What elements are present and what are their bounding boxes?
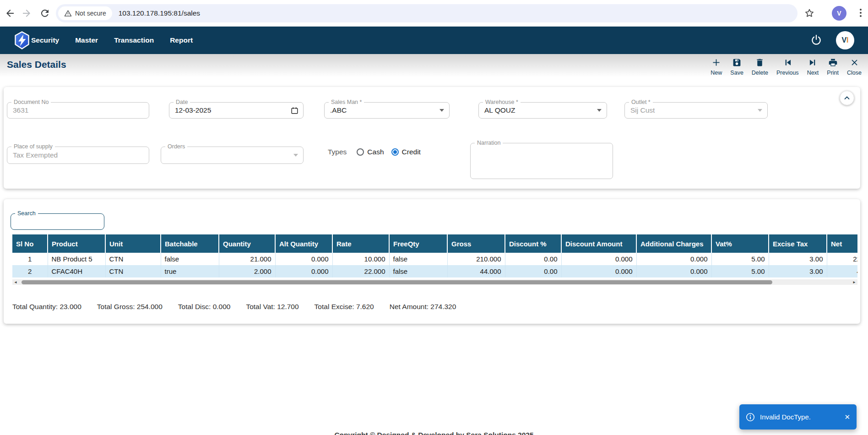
cell-freeqty[interactable]: false [389,253,447,265]
warehouse-select[interactable]: Warehouse * AL QOUZ [478,102,607,119]
print-button[interactable]: Print [827,58,839,76]
cell-excise-tax[interactable]: 3.00 [769,265,827,277]
close-label: Close [847,70,862,76]
cell-discount-amount[interactable]: 0.000 [561,253,636,265]
nav-item-master[interactable]: Master [75,36,98,44]
sales-man-select[interactable]: Sales Man * .ABC [324,102,450,119]
col-header-alt-quantity[interactable]: Alt Quantity [275,234,332,253]
cell-gross[interactable]: 44.000 [447,265,505,277]
radio-option-cash[interactable]: Cash [357,148,384,156]
place-of-supply-label: Place of supply [11,143,55,150]
col-header-vat[interactable]: Vat% [711,234,769,253]
items-grid-card: Search Sl NoProductUnitBatchableQuantity… [4,199,860,324]
browser-menu-icon[interactable] [855,7,866,18]
narration-textarea[interactable] [471,143,613,179]
col-header-net[interactable]: Net [827,234,857,253]
user-initial-2: I [846,36,848,44]
header-row: Sl NoProductUnitBatchableQuantityAlt Qua… [12,234,857,253]
cell-excise-tax[interactable]: 3.00 [769,253,827,265]
col-header-sl-no[interactable]: Sl No [12,234,48,253]
col-header-quantity[interactable]: Quantity [219,234,275,253]
previous-button[interactable]: Previous [776,58,799,76]
cell-rate[interactable]: 10.000 [332,253,389,265]
scroll-left-arrow-icon[interactable]: ◄ [12,279,19,285]
col-header-additional-charges[interactable]: Additional Charges [636,234,711,253]
cell-sl-no[interactable]: 1 [12,253,48,265]
user-avatar[interactable]: VI [836,31,854,49]
cell-quantity[interactable]: 2.000 [219,265,275,277]
cell-net[interactable]: 226.800 [827,253,857,265]
browser-back-icon[interactable] [5,8,16,19]
col-header-excise-tax[interactable]: Excise Tax [769,234,827,253]
col-header-unit[interactable]: Unit [105,234,161,253]
browser-bar: Not secure 103.120.178.195:81/sales V [0,0,868,27]
cell-alt-quantity[interactable]: 0.000 [275,265,332,277]
url-bar[interactable]: Not secure 103.120.178.195:81/sales [56,4,797,22]
nav-item-report[interactable]: Report [170,36,193,44]
orders-select[interactable]: Orders [161,147,304,164]
cell-batchable[interactable]: true [161,265,219,277]
horizontal-scrollbar[interactable]: ◄ ► [12,279,857,285]
cell-sl-no[interactable]: 2 [12,265,48,277]
app-logo-icon[interactable] [13,31,31,49]
scrollbar-thumb[interactable] [22,280,772,284]
toast-close-icon[interactable]: ✕ [844,413,850,420]
col-header-freeqty[interactable]: FreeQty [389,234,447,253]
browser-reload-icon[interactable] [39,8,50,19]
cell-vat[interactable]: 5.00 [711,253,769,265]
col-header-rate[interactable]: Rate [332,234,389,253]
save-button[interactable]: Save [730,58,743,76]
orders-label: Orders [165,143,187,150]
delete-button[interactable]: Delete [752,58,768,76]
col-header-gross[interactable]: Gross [447,234,505,253]
nav-item-transaction[interactable]: Transaction [114,36,154,44]
search-field: Search [11,213,104,230]
types-group: Types CashCredit [328,147,428,157]
cell-unit[interactable]: CTN [105,253,161,265]
col-header-discount[interactable]: Discount % [505,234,561,253]
cell-quantity[interactable]: 21.000 [219,253,275,265]
cell-vat[interactable]: 5.00 [711,265,769,277]
cell-additional-charges[interactable]: 0.000 [636,265,711,277]
cell-unit[interactable]: CTN [105,265,161,277]
cell-discount[interactable]: 0.00 [505,253,561,265]
radio-label-credit: Credit [402,148,421,156]
logout-power-icon[interactable] [810,34,822,46]
nav-item-security[interactable]: Security [31,36,59,44]
chevron-up-icon [843,94,851,102]
cell-discount-amount[interactable]: 0.000 [561,265,636,277]
browser-forward-icon[interactable] [21,8,32,19]
cell-gross[interactable]: 210.000 [447,253,505,265]
bookmark-star-icon[interactable] [804,8,815,19]
date-field: Date [169,102,304,119]
scroll-right-arrow-icon[interactable]: ► [851,279,857,285]
collapse-form-button[interactable] [840,91,854,105]
new-button[interactable]: New [711,58,722,76]
close-button[interactable]: Close [847,58,862,76]
cell-product[interactable]: CFAC40H [48,265,105,277]
col-header-product[interactable]: Product [48,234,105,253]
save-icon [732,58,742,69]
narration-field: Narration [470,143,613,179]
cell-freeqty[interactable]: false [389,265,447,277]
col-header-batchable[interactable]: Batchable [161,234,219,253]
chevron-down-icon [293,154,298,157]
cell-additional-charges[interactable]: 0.000 [636,253,711,265]
footer-copyright: Copyright © Designed & Developed by Sera… [0,431,868,435]
browser-profile-avatar[interactable]: V [832,6,846,21]
total-net-amount: Net Amount: 274.320 [390,303,456,311]
cell-product[interactable]: NB Product 5 [48,253,105,265]
radio-option-credit[interactable]: Credit [391,148,421,156]
cell-alt-quantity[interactable]: 0.000 [275,253,332,265]
calendar-icon[interactable] [290,106,299,115]
cell-net[interactable]: 47.520 [827,265,857,277]
outlet-select[interactable]: Outlet * Sij Cust [624,102,768,119]
next-button[interactable]: Next [807,58,819,76]
cell-rate[interactable]: 22.000 [332,265,389,277]
col-header-discount-amount[interactable]: Discount Amount [561,234,636,253]
not-secure-chip[interactable]: Not secure [58,6,112,20]
new-icon [711,58,721,69]
cell-discount[interactable]: 0.00 [505,265,561,277]
cell-batchable[interactable]: false [161,253,219,265]
total-total-excise: Total Excise: 7.620 [315,303,374,311]
